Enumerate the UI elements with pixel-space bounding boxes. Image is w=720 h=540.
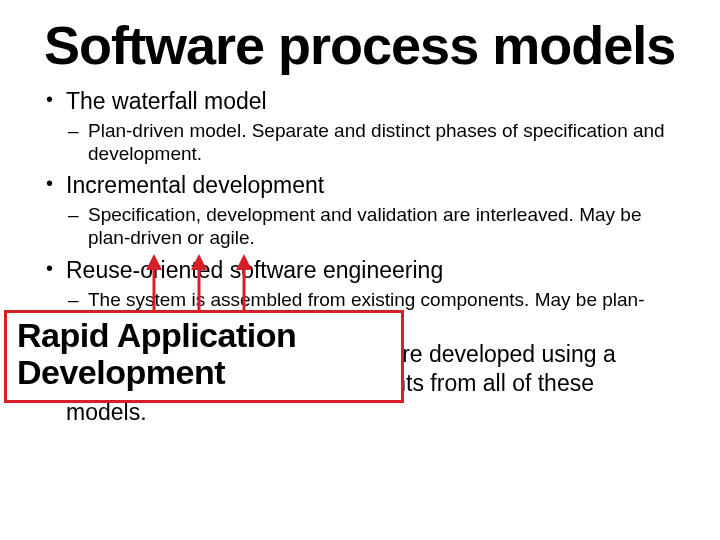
sub-list: Specification, development and validatio… [66,204,676,250]
bullet-item: The waterfall model Plan-driven model. S… [44,87,676,165]
arrow-icon [4,252,404,312]
svg-marker-5 [236,254,252,270]
callout-line2: Development [17,354,391,391]
callout-overlay: Rapid Application Development [4,310,404,403]
svg-marker-4 [191,254,207,270]
bullet-text: Incremental development [66,172,324,198]
slide-title: Software process models [44,18,676,73]
callout-line1: Rapid Application [17,317,391,354]
slide: Software process models The waterfall mo… [0,0,720,540]
sub-list: Plan-driven model. Separate and distinct… [66,120,676,166]
sub-bullet: Plan-driven model. Separate and distinct… [66,120,676,166]
bullet-item: Incremental development Specification, d… [44,171,676,249]
bullet-text: The waterfall model [66,88,267,114]
svg-marker-3 [146,254,162,270]
arrows-group [4,252,404,312]
callout-box: Rapid Application Development [4,310,404,403]
sub-bullet: Specification, development and validatio… [66,204,676,250]
